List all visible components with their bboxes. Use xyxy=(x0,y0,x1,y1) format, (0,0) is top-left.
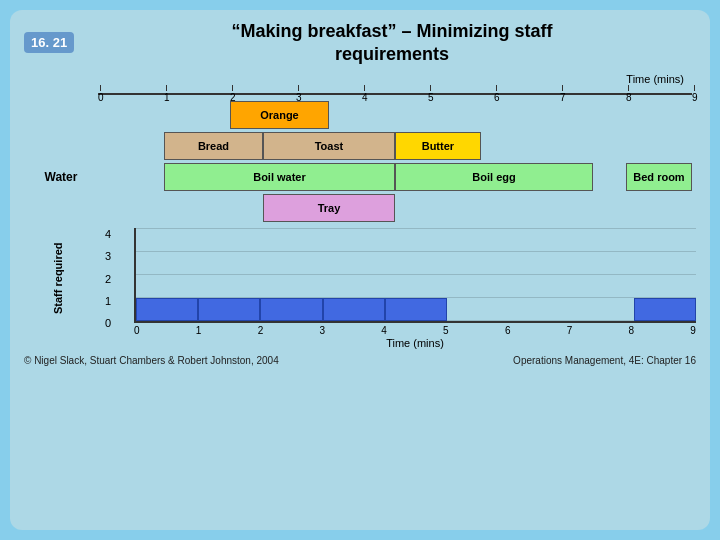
gantt-bar: Bread xyxy=(164,132,263,160)
x-axis-tick: 2 xyxy=(258,325,264,336)
chart-bar xyxy=(198,298,260,321)
time-label: Time (mins) xyxy=(626,73,684,85)
chart-bar xyxy=(323,298,385,321)
y-axis-label: 4 xyxy=(94,228,114,240)
chart-bar xyxy=(136,298,198,321)
footer-left: © Nigel Slack, Stuart Chambers & Robert … xyxy=(24,355,279,366)
y-axis-label: 0 xyxy=(94,317,114,329)
x-axis-tick: 1 xyxy=(196,325,202,336)
chart-bar xyxy=(634,298,696,321)
x-axis-tick: 5 xyxy=(443,325,449,336)
y-axis-label: 3 xyxy=(94,250,114,262)
y-axis-title: Staff required xyxy=(24,228,92,329)
gantt-row: WaterBoil waterBoil eggBed room xyxy=(98,163,692,191)
y-axis-label: 2 xyxy=(94,273,114,285)
page-title: “Making breakfast” – Minimizing staff re… xyxy=(88,20,696,65)
gantt-row-label: Water xyxy=(28,163,94,191)
footer-right: Operations Management, 4E: Chapter 16 xyxy=(513,355,696,366)
gantt-bar: Bed room xyxy=(626,163,692,191)
x-axis-tick: 0 xyxy=(134,325,140,336)
x-axis-tick: 6 xyxy=(505,325,511,336)
x-axis-tick: 4 xyxy=(381,325,387,336)
gantt-bar: Boil water xyxy=(164,163,395,191)
chart-bar xyxy=(260,298,322,321)
gantt-row: Tray xyxy=(98,194,692,222)
gantt-row: Orange xyxy=(98,101,692,129)
gantt-bar: Toast xyxy=(263,132,395,160)
gantt-bar: Orange xyxy=(230,101,329,129)
gantt-chart: Time (mins) 0123456789 OrangeBreadToastB… xyxy=(28,73,692,222)
slide-number: 16. 21 xyxy=(24,32,74,53)
x-axis-tick: 8 xyxy=(629,325,635,336)
x-axis-title: Time (mins) xyxy=(134,337,696,349)
chart-bar xyxy=(385,298,447,321)
y-axis-label: 1 xyxy=(94,295,114,307)
bar-chart: Staff required 01234 0123456789 Time (mi… xyxy=(24,228,696,349)
gantt-row: BreadToastButter xyxy=(98,132,692,160)
x-axis-tick: 7 xyxy=(567,325,573,336)
x-axis-tick: 3 xyxy=(319,325,325,336)
gantt-bar: Butter xyxy=(395,132,481,160)
gantt-bar: Tray xyxy=(263,194,395,222)
gantt-bar: Boil egg xyxy=(395,163,593,191)
x-axis-tick: 9 xyxy=(690,325,696,336)
